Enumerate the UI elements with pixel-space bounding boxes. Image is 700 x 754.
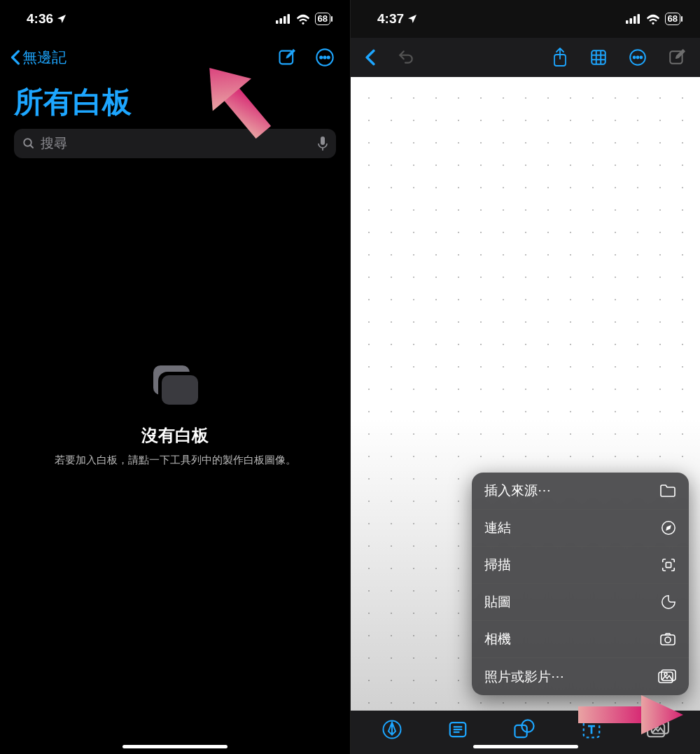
boards-stack-icon (149, 364, 201, 409)
home-indicator[interactable] (473, 745, 578, 748)
svg-rect-0 (276, 20, 279, 24)
media-tool-button[interactable] (647, 720, 669, 739)
cell-signal-icon (276, 14, 291, 24)
more-button[interactable] (629, 48, 647, 67)
svg-rect-18 (637, 14, 640, 24)
compass-icon (661, 520, 676, 536)
home-indicator[interactable] (122, 745, 227, 748)
menu-item-sticker[interactable]: 貼圖 (472, 584, 689, 621)
menu-item-link[interactable]: 連結 (472, 510, 689, 547)
location-icon (407, 13, 418, 25)
search-input[interactable]: 搜尋 (14, 129, 336, 158)
sticker-icon (661, 594, 676, 610)
mic-icon[interactable] (318, 137, 328, 151)
svg-point-6 (320, 56, 322, 58)
svg-rect-15 (626, 20, 629, 24)
svg-point-49 (654, 725, 658, 728)
back-button[interactable]: 無邊記 (10, 48, 66, 67)
menu-item-insert-from[interactable]: 插入來源⋯ (472, 473, 689, 510)
svg-rect-16 (629, 18, 632, 24)
nav-bar: 無邊記 (0, 38, 350, 77)
svg-rect-1 (279, 18, 282, 24)
battery-indicator: 68 (315, 13, 330, 25)
search-icon (22, 137, 35, 150)
scan-icon (661, 557, 676, 573)
status-time: 4:36 (27, 11, 53, 27)
menu-item-label: 插入來源⋯ (484, 482, 551, 500)
status-bar: 4:36 68 (0, 0, 350, 38)
menu-item-label: 連結 (484, 519, 511, 537)
screenshot-left: 4:36 68 無邊記 所有白板 搜尋 沒有白板 若 (0, 0, 350, 754)
status-bar: 4:37 68 (351, 0, 700, 38)
camera-icon (659, 632, 676, 646)
svg-rect-11 (321, 137, 325, 145)
wifi-icon (296, 14, 310, 25)
svg-rect-20 (592, 50, 606, 64)
empty-title: 沒有白板 (141, 424, 209, 447)
location-icon (56, 13, 67, 25)
svg-marker-31 (666, 526, 671, 530)
menu-item-label: 相機 (484, 630, 511, 648)
cell-signal-icon (626, 14, 641, 24)
back-label: 無邊記 (22, 48, 66, 67)
folder-icon (659, 484, 676, 498)
svg-rect-32 (666, 562, 671, 567)
svg-rect-2 (284, 16, 286, 24)
svg-point-34 (665, 637, 671, 643)
menu-item-photos[interactable]: 照片或影片⋯ (472, 658, 689, 695)
menu-item-scan[interactable]: 掃描 (472, 547, 689, 584)
svg-point-27 (637, 57, 639, 59)
chevron-left-icon (10, 50, 20, 65)
svg-rect-33 (661, 635, 675, 645)
page-title: 所有白板 (0, 77, 350, 129)
svg-rect-3 (287, 14, 290, 24)
undo-button[interactable] (397, 48, 415, 67)
menu-item-label: 掃描 (484, 556, 511, 574)
svg-point-37 (664, 673, 667, 676)
back-button[interactable] (365, 49, 376, 66)
screenshot-right: 4:37 68 插入來源⋯ 連結 (350, 0, 700, 754)
pen-tool-button[interactable] (382, 719, 402, 740)
svg-point-28 (640, 57, 642, 59)
empty-subtitle: 若要加入白板，請點一下工具列中的製作白板圖像。 (34, 454, 317, 467)
svg-rect-17 (634, 16, 636, 24)
battery-indicator: 68 (665, 13, 680, 25)
menu-item-label: 照片或影片⋯ (484, 668, 564, 686)
menu-item-label: 貼圖 (484, 593, 511, 611)
svg-point-8 (328, 56, 330, 58)
wifi-icon (646, 14, 660, 25)
share-button[interactable] (552, 48, 568, 67)
gallery-icon (658, 669, 676, 685)
svg-line-10 (30, 145, 33, 148)
compose-button[interactable] (668, 48, 686, 67)
note-tool-button[interactable] (447, 719, 468, 740)
svg-point-26 (634, 57, 636, 59)
more-icon[interactable] (315, 48, 335, 67)
svg-point-45 (522, 720, 534, 732)
collaborate-button[interactable] (589, 48, 608, 67)
insert-menu: 插入來源⋯ 連結 掃描 貼圖 相機 照片或影片⋯ (472, 473, 689, 695)
empty-state: 沒有白板 若要加入白板，請點一下工具列中的製作白板圖像。 (0, 364, 350, 467)
svg-point-7 (323, 56, 326, 58)
menu-item-camera[interactable]: 相機 (472, 621, 689, 658)
search-placeholder: 搜尋 (41, 134, 318, 153)
top-toolbar (351, 38, 700, 77)
shape-tool-button[interactable] (513, 719, 536, 740)
text-tool-button[interactable] (581, 719, 602, 740)
status-time: 4:37 (377, 11, 404, 27)
compose-icon[interactable] (277, 48, 297, 67)
